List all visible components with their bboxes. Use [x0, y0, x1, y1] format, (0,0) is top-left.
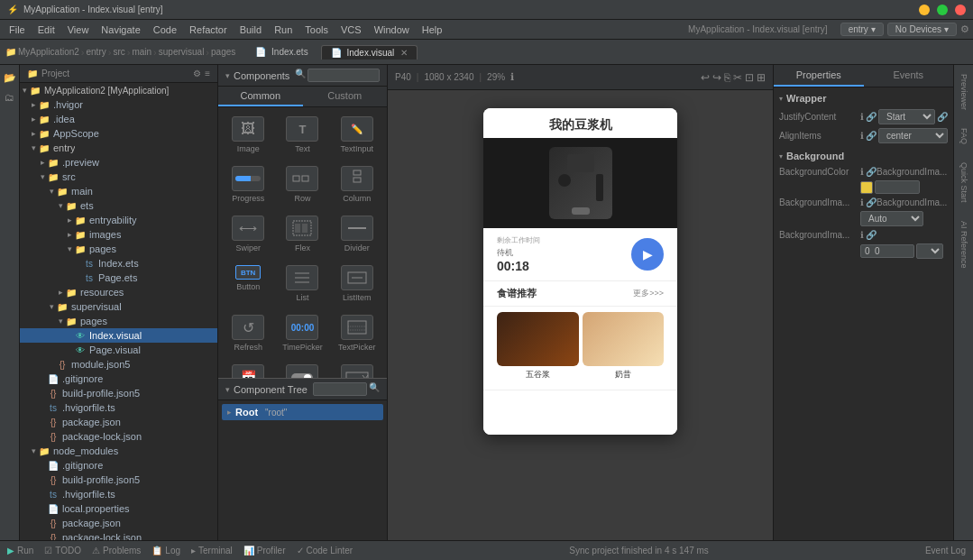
bg-size-select[interactable]: Auto Cover Contain [860, 211, 923, 226]
tree-item-entryability[interactable]: ▸ 📁 entryability [20, 213, 217, 227]
comp-flex[interactable]: Flex [276, 210, 328, 258]
devices-dropdown[interactable]: No Devices ▾ [887, 23, 957, 36]
root-tree-item[interactable]: ▸ Root "root" [222, 404, 383, 420]
quick-start-btn[interactable]: Quick Start [958, 157, 970, 208]
cut-icon[interactable]: ✂ [733, 71, 742, 84]
tree-item-preview[interactable]: ▸ 📁 .preview [20, 155, 217, 170]
search-icon[interactable]: 🔍 [295, 69, 306, 82]
comp-divider[interactable]: Divider [331, 210, 383, 258]
terminal-status[interactable]: ▸ Terminal [191, 546, 233, 555]
component-tree-search[interactable] [313, 382, 367, 396]
tree-item-page-visual[interactable]: 👁 Page.visual [20, 343, 217, 357]
collapse-icon[interactable]: ▾ [225, 71, 230, 80]
copy-icon[interactable]: ⎘ [724, 71, 730, 84]
tree-item-ets[interactable]: ▾ 📁 ets [20, 198, 217, 213]
tree-item-supervisual[interactable]: ▾ 📁 supervisual [20, 299, 217, 314]
bg-pos-input[interactable] [860, 244, 914, 258]
faq-btn[interactable]: FAQ [958, 123, 970, 150]
bgpos-info-icon[interactable]: ℹ [860, 230, 864, 240]
comp-refresh[interactable]: ↺ Refresh [222, 309, 274, 357]
menu-refactor[interactable]: Refactor [184, 23, 233, 37]
tree-item-nm-hvigor[interactable]: ts .hvigorfile.ts [20, 487, 217, 501]
bgcolor-link-icon[interactable]: 🔗 [866, 167, 877, 177]
tab-events[interactable]: Events [864, 65, 954, 87]
bg-pos-unit[interactable]: ▾ [916, 243, 943, 259]
tree-item-index-visual[interactable]: 👁 Index.visual [20, 328, 217, 343]
background-section-header[interactable]: ▾ Background [779, 151, 948, 161]
comp-text[interactable]: T Text [276, 111, 328, 159]
tree-item-node-modules[interactable]: ▾ 📁 node_modules [20, 444, 217, 458]
problems-status[interactable]: ⚠ Problems [92, 546, 141, 555]
bgcolor-info-icon[interactable]: ℹ [860, 167, 864, 177]
wrapper-section-header[interactable]: ▾ Wrapper [779, 93, 948, 104]
menu-window[interactable]: Window [369, 23, 415, 37]
undo-icon[interactable]: ↩ [701, 71, 710, 84]
tree-item-src[interactable]: ▾ 📁 src [20, 170, 217, 184]
project-settings-icon[interactable]: ⚙ [193, 69, 201, 78]
tree-item-package-lock[interactable]: {} package-lock.json [20, 429, 217, 444]
bg-color-input[interactable] [875, 180, 920, 194]
redo-icon[interactable]: ↪ [712, 71, 721, 84]
tree-collapse-icon[interactable]: ▾ [225, 385, 230, 394]
play-button[interactable]: ▶ [631, 238, 664, 271]
comp-select[interactable]: Select [331, 359, 383, 378]
tree-item-nm-package[interactable]: {} package.json [20, 516, 217, 530]
tab-index-ets[interactable]: 📄 Index.ets [246, 45, 317, 59]
tree-item-appscope[interactable]: ▸ 📁 AppScope [20, 126, 217, 141]
tree-item-nm-lock[interactable]: {} package-lock.json [20, 530, 217, 540]
comp-textinput[interactable]: ✏️ TextInput [331, 111, 383, 159]
tree-item-nm-gitignore[interactable]: 📄 .gitignore [20, 458, 217, 473]
tree-item-index-ets[interactable]: ts Index.ets [20, 256, 217, 271]
components-search-input[interactable] [308, 69, 380, 82]
component-tree-search-icon[interactable]: 🔍 [369, 382, 380, 396]
justify-content-select[interactable]: Start Center End [878, 109, 935, 124]
comp-image[interactable]: 🖼 Image [222, 111, 274, 159]
menu-navigate[interactable]: Navigate [96, 23, 145, 37]
tab-custom[interactable]: Custom [303, 87, 388, 106]
tab-index-visual[interactable]: 📄 Index.visual ✕ [321, 45, 418, 60]
tree-item-sv-pages[interactable]: ▾ 📁 pages [20, 314, 217, 328]
tree-item-idea[interactable]: ▸ 📁 .idea [20, 112, 217, 126]
tree-item-hvigorfile[interactable]: ts .hvigorfile.ts [20, 400, 217, 415]
tree-item-nm-build[interactable]: {} build-profile.json5 [20, 473, 217, 487]
tree-item-main[interactable]: ▾ 📁 main [20, 184, 217, 198]
close-button[interactable] [955, 5, 966, 15]
card-2[interactable]: 奶昔 [583, 312, 665, 381]
menu-code[interactable]: Code [148, 23, 182, 37]
bgimg2-link-icon[interactable]: 🔗 [866, 197, 877, 207]
tree-item-build-profile[interactable]: {} build-profile.json5 [20, 386, 217, 400]
tree-item-images[interactable]: ▸ 📁 images [20, 227, 217, 242]
justify-info-icon[interactable]: ℹ [860, 112, 864, 122]
profiler-status[interactable]: 📊 Profiler [243, 546, 286, 555]
comp-column[interactable]: Column [331, 161, 383, 208]
previewer-btn[interactable]: Previewer [958, 69, 970, 115]
grid-icon[interactable]: ⊞ [757, 71, 766, 84]
structure-btn[interactable]: 🗂 [1, 88, 19, 106]
minimize-button[interactable] [919, 5, 930, 15]
comp-toggle[interactable]: Toggle [276, 359, 328, 378]
menu-edit[interactable]: Edit [32, 23, 60, 37]
menu-run[interactable]: Run [269, 23, 298, 37]
bgimg2-info-icon[interactable]: ℹ [860, 197, 864, 207]
tree-item-resources[interactable]: ▸ 📁 resources [20, 285, 217, 299]
tree-item-root[interactable]: ▾ 📁 MyApplication2 [MyApplication] [20, 83, 217, 97]
entry-dropdown[interactable]: entry ▾ [840, 23, 884, 36]
card-1[interactable]: 五谷浆 [497, 312, 579, 381]
justify-link-icon[interactable]: 🔗 [866, 112, 877, 122]
zoom-info-icon[interactable]: ℹ [510, 71, 514, 83]
align-items-select[interactable]: center start end [878, 128, 948, 143]
tab-common[interactable]: Common [218, 87, 303, 106]
comp-button[interactable]: BTN Button [222, 260, 274, 308]
project-view-btn[interactable]: 📂 [1, 69, 19, 87]
maximize-button[interactable] [937, 5, 948, 15]
canvas-content[interactable]: 我的豆浆机 剩余工作时间 待机 00:18 ▶ [388, 90, 773, 540]
justify-link2-icon[interactable]: 🔗 [937, 112, 948, 122]
bg-color-swatch[interactable] [860, 181, 873, 194]
comp-listitem[interactable]: ListItem [331, 260, 383, 308]
align-link-icon[interactable]: 🔗 [866, 131, 877, 141]
todo-status[interactable]: ☑ TODO [44, 546, 81, 555]
bgpos-link-icon[interactable]: 🔗 [866, 230, 877, 240]
tree-item-module-json[interactable]: {} module.json5 [20, 357, 217, 372]
fit-icon[interactable]: ⊡ [745, 71, 754, 84]
tab-properties[interactable]: Properties [774, 65, 864, 87]
